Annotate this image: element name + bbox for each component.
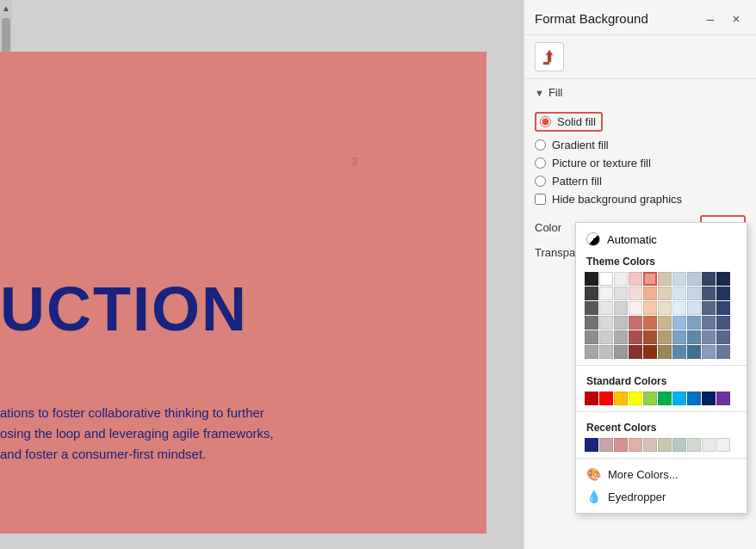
theme-color-cell[interactable] xyxy=(672,345,686,359)
theme-color-cell[interactable] xyxy=(716,330,730,344)
theme-color-cell[interactable] xyxy=(658,301,672,315)
pattern-fill-radio[interactable] xyxy=(535,176,546,187)
eyedropper-option[interactable]: 💧 Eyedropper xyxy=(576,485,747,508)
gradient-fill-option[interactable]: Gradient fill xyxy=(535,136,746,154)
theme-color-cell[interactable] xyxy=(658,287,672,300)
theme-color-cell[interactable] xyxy=(687,287,701,300)
pattern-fill-option[interactable]: Pattern fill xyxy=(535,172,746,190)
theme-color-cell[interactable] xyxy=(614,301,628,315)
hide-background-option[interactable]: Hide background graphics xyxy=(535,190,746,208)
theme-color-cell[interactable] xyxy=(672,316,686,330)
theme-color-cell[interactable] xyxy=(629,272,642,286)
picture-fill-option[interactable]: Picture or texture fill xyxy=(535,154,746,172)
minimize-button[interactable]: – xyxy=(699,7,722,29)
theme-color-cell[interactable] xyxy=(672,272,686,286)
standard-color-cell[interactable] xyxy=(672,392,686,405)
recent-color-cell[interactable] xyxy=(672,438,686,452)
recent-color-cell[interactable] xyxy=(599,438,613,452)
theme-color-cell[interactable] xyxy=(599,316,613,330)
scroll-up-arrow[interactable]: ▲ xyxy=(0,2,12,14)
theme-color-cell-selected[interactable] xyxy=(643,272,657,286)
standard-color-cell[interactable] xyxy=(599,392,613,405)
theme-color-cell[interactable] xyxy=(716,272,730,286)
theme-color-cell[interactable] xyxy=(716,316,730,330)
theme-color-cell[interactable] xyxy=(614,330,628,344)
theme-color-cell[interactable] xyxy=(702,330,716,344)
theme-color-cell[interactable] xyxy=(643,316,657,330)
theme-color-cell[interactable] xyxy=(702,287,716,300)
theme-color-cell[interactable] xyxy=(614,272,628,286)
fill-section-header[interactable]: ▼ Fill xyxy=(535,86,746,99)
theme-color-cell[interactable] xyxy=(687,301,701,315)
close-button[interactable]: × xyxy=(725,7,747,29)
automatic-option[interactable]: Automatic xyxy=(576,228,747,250)
theme-color-cell[interactable] xyxy=(643,301,657,315)
theme-color-cell[interactable] xyxy=(716,287,730,300)
theme-color-cell[interactable] xyxy=(643,345,657,359)
scrollbar[interactable]: ▲ xyxy=(0,0,12,52)
theme-color-cell[interactable] xyxy=(687,316,701,330)
theme-color-cell[interactable] xyxy=(658,330,672,344)
theme-color-cell[interactable] xyxy=(702,272,716,286)
theme-color-cell[interactable] xyxy=(702,345,716,359)
solid-fill-option[interactable]: Solid fill xyxy=(535,109,746,134)
theme-color-cell[interactable] xyxy=(599,301,613,315)
theme-color-cell[interactable] xyxy=(643,287,657,300)
theme-color-cell[interactable] xyxy=(672,330,686,344)
more-colors-option[interactable]: 🎨 More Colors... xyxy=(576,463,747,485)
recent-color-cell[interactable] xyxy=(702,438,716,452)
theme-color-cell[interactable] xyxy=(702,316,716,330)
recent-color-cell[interactable] xyxy=(687,438,701,452)
gradient-fill-radio[interactable] xyxy=(535,139,546,151)
theme-color-cell[interactable] xyxy=(599,330,613,344)
theme-color-cell[interactable] xyxy=(658,345,672,359)
standard-color-cell[interactable] xyxy=(614,392,628,405)
standard-color-cell[interactable] xyxy=(702,392,716,405)
theme-color-cell[interactable] xyxy=(658,316,672,330)
theme-color-cell[interactable] xyxy=(585,272,598,286)
theme-color-cell[interactable] xyxy=(687,330,701,344)
recent-color-cell[interactable] xyxy=(643,438,657,452)
format-background-icon-button[interactable] xyxy=(535,42,564,71)
theme-color-cell[interactable] xyxy=(599,345,613,359)
scroll-thumb[interactable] xyxy=(2,18,10,52)
theme-color-cell[interactable] xyxy=(716,345,730,359)
solid-fill-radio[interactable] xyxy=(540,116,551,127)
hide-background-checkbox[interactable] xyxy=(535,194,546,205)
recent-color-cell[interactable] xyxy=(629,438,642,452)
recent-color-cell[interactable] xyxy=(658,438,672,452)
theme-color-cell[interactable] xyxy=(629,330,642,344)
theme-color-cell[interactable] xyxy=(614,287,628,300)
picture-fill-radio[interactable] xyxy=(535,157,546,169)
theme-color-cell[interactable] xyxy=(585,287,598,300)
theme-color-cell[interactable] xyxy=(687,345,701,359)
theme-color-cell[interactable] xyxy=(585,345,598,359)
theme-color-cell[interactable] xyxy=(629,301,642,315)
theme-color-cell[interactable] xyxy=(629,345,642,359)
theme-color-cell[interactable] xyxy=(702,301,716,315)
recent-color-cell[interactable] xyxy=(614,438,628,452)
recent-color-cell[interactable] xyxy=(585,438,598,452)
theme-color-cell[interactable] xyxy=(658,272,672,286)
theme-color-cell[interactable] xyxy=(629,316,642,330)
standard-color-cell[interactable] xyxy=(658,392,672,405)
standard-color-cell[interactable] xyxy=(643,392,657,405)
theme-color-cell[interactable] xyxy=(629,287,642,300)
theme-color-cell[interactable] xyxy=(716,301,730,315)
theme-color-cell[interactable] xyxy=(614,345,628,359)
theme-color-cell[interactable] xyxy=(672,301,686,315)
theme-color-cell[interactable] xyxy=(599,287,613,300)
theme-color-cell[interactable] xyxy=(585,301,598,315)
theme-color-cell[interactable] xyxy=(585,316,598,330)
theme-color-cell[interactable] xyxy=(643,330,657,344)
theme-color-cell[interactable] xyxy=(614,316,628,330)
standard-color-cell[interactable] xyxy=(585,392,598,405)
theme-color-cell[interactable] xyxy=(687,272,701,286)
recent-color-cell[interactable] xyxy=(716,438,730,452)
theme-color-cell[interactable] xyxy=(585,330,598,344)
theme-color-cell[interactable] xyxy=(672,287,686,300)
theme-color-cell[interactable] xyxy=(599,272,613,286)
standard-color-cell[interactable] xyxy=(716,392,730,405)
standard-color-cell[interactable] xyxy=(687,392,701,405)
standard-color-cell[interactable] xyxy=(629,392,642,405)
